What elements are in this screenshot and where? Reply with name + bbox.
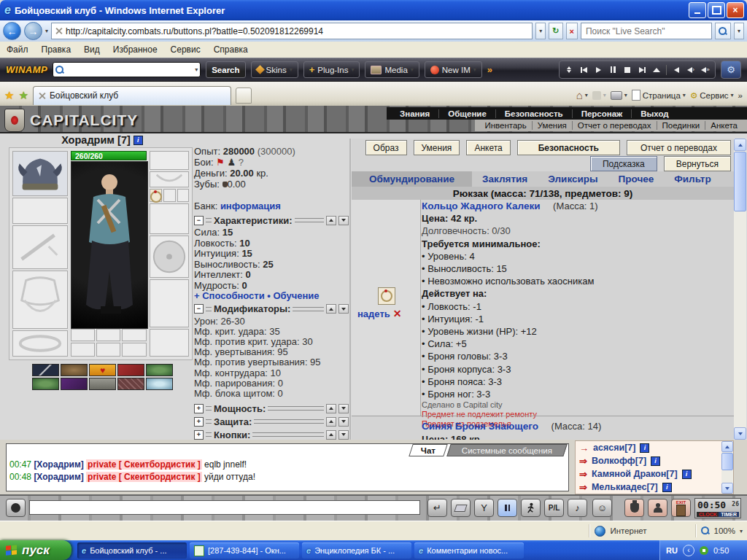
smileys-button[interactable]: ☺ xyxy=(592,499,612,517)
forward-button[interactable]: → xyxy=(24,22,42,40)
back-button[interactable]: ← xyxy=(3,22,21,40)
pause-button[interactable] xyxy=(605,64,620,76)
slot-charm-1[interactable] xyxy=(71,343,95,357)
system-messages-tab[interactable]: Системные сообщения xyxy=(446,444,568,456)
language-indicator[interactable]: RU xyxy=(666,546,678,555)
plugins-button[interactable]: + Plug-Ins▾ xyxy=(303,61,360,78)
volume-stepper-icon[interactable] xyxy=(562,64,576,76)
slot-charm-3[interactable] xyxy=(122,343,147,357)
main-scrollbar[interactable] xyxy=(734,139,746,440)
wear-link[interactable]: надеть xyxy=(357,308,390,319)
online-user-link[interactable]: асясяи[7] xyxy=(593,443,635,453)
command-overflow-chevron[interactable]: » xyxy=(738,91,743,100)
print-button[interactable]: ▾ xyxy=(611,91,627,100)
nav-inventory[interactable]: Инвентарь xyxy=(479,121,531,130)
ability-shield2-icon[interactable] xyxy=(32,378,59,390)
nav-communication[interactable]: Общение xyxy=(438,109,495,118)
slot-amulet-3[interactable] xyxy=(122,329,147,341)
expand-plus-icon[interactable]: + xyxy=(194,417,204,427)
search-go-button[interactable] xyxy=(715,23,731,39)
ability-arrows-icon[interactable] xyxy=(117,378,144,390)
next-track-button[interactable] xyxy=(635,64,649,76)
training-link[interactable]: Обучение xyxy=(273,290,319,301)
modifiers-up-button[interactable] xyxy=(326,304,336,314)
winamp-search-dropdown-icon[interactable]: ▾ xyxy=(195,66,198,73)
translit-runner-button[interactable] xyxy=(521,499,541,517)
tray-collapse-chevron[interactable]: ‹ xyxy=(683,545,694,556)
nav-security[interactable]: Безопасность xyxy=(495,109,572,118)
new-tab-button[interactable] xyxy=(236,88,252,104)
chat-author[interactable]: [Хорадрим] xyxy=(34,472,83,482)
ring-item-icon[interactable] xyxy=(378,287,395,305)
profile-button[interactable]: Анкета xyxy=(466,140,510,155)
slot-bracers[interactable] xyxy=(12,198,68,224)
slot-armor[interactable] xyxy=(12,271,68,329)
ability-beast-icon[interactable] xyxy=(61,364,88,376)
live-search-input[interactable] xyxy=(584,26,708,37)
discard-x-icon[interactable]: ✕ xyxy=(393,308,402,319)
collapse-minus-icon[interactable]: − xyxy=(194,216,204,225)
menu-tools[interactable]: Сервис xyxy=(164,42,207,57)
winamp-search-button[interactable]: Search xyxy=(206,61,245,78)
mute-icon[interactable] xyxy=(669,64,684,76)
maximize-button[interactable] xyxy=(708,2,725,18)
slot-belt[interactable] xyxy=(12,330,68,357)
menu-edit[interactable]: Правка xyxy=(35,42,78,57)
sound-button[interactable]: ♪ xyxy=(568,499,587,517)
slot-necklace[interactable] xyxy=(150,171,189,187)
tab-spells[interactable]: Заклятия xyxy=(472,171,538,187)
chat-tab[interactable]: Чат xyxy=(409,444,448,456)
address-input[interactable]: http://capitalcity.combats.ru/buttons.pl… xyxy=(51,23,533,39)
start-button[interactable]: пуск xyxy=(0,540,71,560)
expand-plus-icon[interactable]: + xyxy=(194,404,204,413)
winamp-search-box[interactable]: ▾ xyxy=(53,62,201,77)
stop-button[interactable]: × xyxy=(566,23,578,39)
filter-button[interactable]: Y xyxy=(474,499,494,517)
user-info-icon[interactable]: i xyxy=(651,456,660,466)
slot-amulet-1[interactable] xyxy=(71,329,95,341)
nav-transfers[interactable]: Отчет о переводах xyxy=(572,121,657,130)
taskbar-item-comments[interactable]: e Комментарии новос... xyxy=(414,542,524,559)
volume-up-icon[interactable]: » xyxy=(698,64,713,76)
minimize-button[interactable] xyxy=(689,2,706,18)
menu-file[interactable]: Файл xyxy=(0,42,35,57)
online-scroll-down-button[interactable] xyxy=(721,483,733,494)
user-info-icon[interactable]: i xyxy=(662,483,672,492)
add-favorite-icon[interactable]: ★ xyxy=(18,89,28,102)
ability-scroll-icon[interactable] xyxy=(89,378,116,390)
hint-button[interactable]: Подсказка xyxy=(590,156,657,171)
clock-label[interactable]: CLOCK xyxy=(697,512,719,517)
characteristics-down-button[interactable] xyxy=(338,216,349,225)
bank-info-link[interactable]: информация xyxy=(220,201,281,211)
collapse-minus-icon[interactable]: − xyxy=(194,304,204,314)
taskbar-item-icq[interactable]: [287-439-844] - Окн... xyxy=(190,542,299,559)
winamp-settings-gear-button[interactable]: ⚙ xyxy=(721,61,741,79)
nav-knowledge[interactable]: Знания xyxy=(391,109,438,118)
feeds-button[interactable]: ▾ xyxy=(592,91,606,100)
transfers-report-button[interactable]: Отчет о переводах xyxy=(627,140,731,155)
eject-button[interactable] xyxy=(649,64,664,76)
favorites-star-icon[interactable]: ★ xyxy=(4,89,14,102)
money-transfer-button[interactable] xyxy=(624,499,644,517)
menu-help[interactable]: Справка xyxy=(207,42,255,57)
clear-chat-button[interactable] xyxy=(451,499,471,517)
ability-shield-icon[interactable] xyxy=(146,364,173,376)
return-button[interactable]: Вернуться xyxy=(664,156,731,171)
address-dropdown-button[interactable]: ▾ xyxy=(535,23,546,39)
slot-charm-2[interactable] xyxy=(96,343,120,357)
scroll-down-button[interactable] xyxy=(734,427,746,440)
chat-input[interactable] xyxy=(29,500,420,515)
media-button[interactable]: Media▾ xyxy=(365,61,419,78)
tab-elixirs[interactable]: Эликсиры xyxy=(538,171,608,187)
chat-author[interactable]: [Хорадрим] xyxy=(34,459,83,470)
ability-potion-icon[interactable] xyxy=(61,378,88,390)
timer-label[interactable]: TIMER xyxy=(719,512,739,517)
character-info-icon[interactable]: i xyxy=(133,136,143,145)
ability-health-icon[interactable]: ♥ xyxy=(89,364,116,376)
exit-button[interactable]: EXIT xyxy=(671,499,691,517)
ability-weapon-icon[interactable] xyxy=(32,364,59,376)
nav-exit[interactable]: Выход xyxy=(631,109,677,118)
slot-helmet[interactable] xyxy=(12,151,68,196)
user-info-icon[interactable]: i xyxy=(682,470,692,479)
send-button[interactable]: ↵ xyxy=(427,499,447,517)
